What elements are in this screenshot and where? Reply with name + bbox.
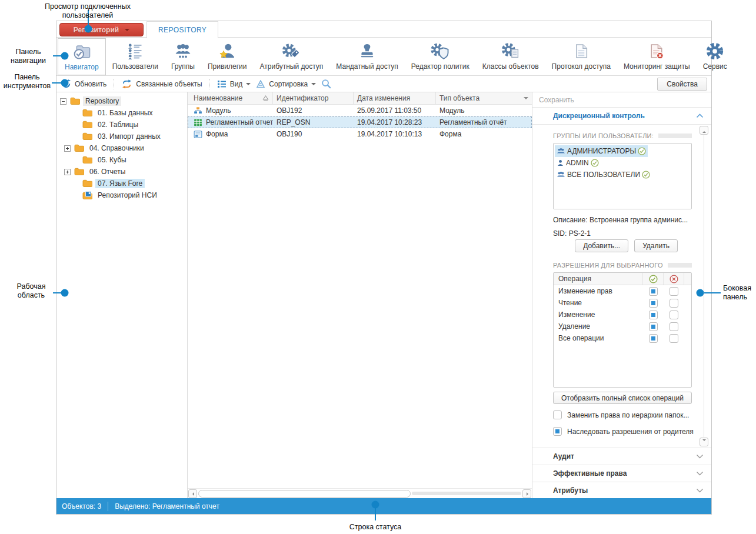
groups-icon — [174, 41, 192, 61]
delete-button[interactable]: Удалить — [634, 239, 678, 252]
allow-checkbox[interactable] — [649, 299, 658, 308]
allow-checkbox[interactable] — [649, 334, 658, 343]
cell-name: Форма — [206, 130, 228, 138]
deny-checkbox[interactable] — [670, 299, 678, 308]
list-item-administrators[interactable]: АДМИНИСТРАТОРЫ — [555, 145, 648, 157]
callout-dot — [697, 289, 704, 297]
sort-button[interactable]: Сортировка — [256, 80, 316, 88]
allow-checkbox[interactable] — [649, 311, 658, 319]
app-window: Репозиторий REPOSITORY Навигатор Пользов… — [56, 21, 712, 515]
horizontal-scrollbar[interactable] — [188, 488, 532, 498]
section-audit[interactable]: Аудит — [532, 448, 711, 465]
tree-item-import[interactable]: 03. Импорт данных — [56, 131, 187, 142]
list-item-admin[interactable]: ADMIN — [555, 157, 601, 169]
add-button[interactable]: Добавить... — [575, 239, 628, 252]
save-button[interactable]: Сохранить — [532, 92, 711, 108]
tree-item-cubes[interactable]: 05. Кубы — [56, 154, 187, 166]
cell-date: 19.04.2017 10:28:23 — [357, 118, 422, 126]
replace-rights-option[interactable]: Заменить права по иерархии папок... — [553, 410, 689, 419]
collapse-icon[interactable] — [60, 98, 66, 105]
access-protocol-icon — [573, 41, 590, 61]
deny-checkbox[interactable] — [670, 334, 678, 343]
view-button[interactable]: Вид — [217, 80, 251, 88]
checkbox-label: Наследовать разрешения от родителя — [567, 428, 694, 436]
tree-item-repository-root[interactable]: Repository — [56, 95, 187, 107]
deny-checkbox[interactable] — [670, 322, 678, 331]
attribute-access-icon — [282, 41, 301, 61]
chevron-down-icon[interactable] — [696, 471, 704, 476]
expand-icon[interactable] — [64, 169, 71, 175]
inherit-permissions-checkbox[interactable] — [553, 427, 562, 436]
groups-users-listbox[interactable]: АДМИНИСТРАТОРЫ ADMIN ВСЕ ПОЛЬЗОВАТЕЛИ — [553, 143, 692, 209]
replace-rights-checkbox[interactable] — [553, 410, 562, 419]
cell-date: 19.04.2017 10:10:13 — [357, 130, 422, 138]
list-item-all-users[interactable]: ВСЕ ПОЛЬЗОВАТЕЛИ — [555, 169, 652, 181]
ribbon-item-policy-editor[interactable]: Редактор политик — [405, 38, 476, 75]
expand-icon[interactable] — [64, 145, 71, 152]
chevron-down-icon[interactable] — [696, 454, 704, 459]
properties-button[interactable]: Свойства — [657, 78, 707, 91]
sort-label: Сортировка — [269, 80, 308, 88]
repository-menu-button[interactable]: Репозиторий — [59, 23, 144, 36]
related-objects-button[interactable]: Связанные объекты — [121, 79, 202, 89]
table-row[interactable]: Модуль OBJ192 25.09.2017 11:03:50 Модуль — [188, 105, 532, 116]
callout-line — [704, 292, 721, 293]
allow-checkbox[interactable] — [649, 322, 658, 331]
toolbar-separator — [114, 79, 114, 89]
tab-repository[interactable]: REPOSITORY — [146, 21, 218, 38]
ribbon-item-security-monitoring[interactable]: Мониторинг защиты — [617, 38, 697, 75]
column-header-type[interactable]: Тип объекта — [436, 92, 532, 104]
scroll-up-button[interactable] — [700, 126, 708, 135]
tree-item-databases[interactable]: 01. Базы данных — [56, 107, 187, 119]
ribbon-item-privileges[interactable]: Привилегии — [201, 38, 254, 75]
column-header-date[interactable]: Дата изменения — [354, 92, 436, 104]
scroll-down-button[interactable] — [700, 438, 708, 446]
scrollbar-track[interactable] — [412, 492, 521, 495]
vertical-scrollbar[interactable] — [700, 126, 708, 446]
ribbon-label: Мониторинг защиты — [624, 62, 690, 71]
ribbon-item-groups[interactable]: Группы — [165, 38, 201, 75]
column-header-name[interactable]: Наименование — [188, 92, 273, 104]
ribbon-item-object-classes[interactable]: Классы объектов — [476, 38, 545, 75]
groups-or-users-label: ГРУППЫ ИЛИ ПОЛЬЗОВАТЕЛИ: — [553, 132, 692, 139]
table-row-selected[interactable]: Регламентный отчет REP_OSN 19.04.2017 10… — [188, 116, 532, 128]
section-label: Атрибуты — [553, 486, 588, 495]
ribbon-item-attribute-access[interactable]: Атрибутный доступ — [254, 38, 330, 75]
dropdown-caret-icon — [246, 83, 251, 88]
annotation-tools-panel: Панель инструментов — [1, 73, 53, 91]
scroll-right-button[interactable] — [522, 489, 531, 498]
tree-item-reports[interactable]: 06. Отчеты — [56, 166, 187, 178]
object-classes-icon — [501, 41, 520, 61]
list-item-label: ADMIN — [566, 159, 589, 167]
column-header-id[interactable]: Идентификатор — [273, 92, 354, 104]
show-full-operations-button[interactable]: Отобразить полный список операций — [553, 392, 692, 404]
table-row[interactable]: Форма OBJ190 19.04.2017 10:10:13 Форма — [188, 128, 532, 140]
tree-item-dictionaries[interactable]: 04. Справочники — [56, 142, 187, 154]
tree-item-label: 06. Отчеты — [87, 167, 128, 176]
ribbon-item-access-protocol[interactable]: Протокол доступа — [545, 38, 617, 75]
grid-header: Наименование Идентификатор Дата изменени… — [188, 92, 532, 105]
allow-checkbox[interactable] — [649, 287, 658, 296]
section-discretionary-control[interactable]: Дискреционный контроль — [532, 108, 711, 125]
inherit-permissions-option[interactable]: Наследовать разрешения от родителя — [553, 427, 694, 436]
toolbar-separator — [209, 79, 210, 89]
deny-checkbox[interactable] — [670, 287, 678, 296]
cell-name: Регламентный отчет — [206, 118, 273, 126]
ribbon-item-users[interactable]: Пользователи — [106, 38, 165, 75]
scroll-left-button[interactable] — [188, 489, 197, 498]
search-button[interactable] — [321, 79, 331, 89]
deny-checkbox[interactable] — [670, 311, 678, 319]
chevron-down-icon[interactable] — [696, 488, 704, 493]
annotation-side-panel: Боковая панель — [723, 284, 756, 302]
ribbon-item-mandatory-access[interactable]: Мандатный доступ — [329, 38, 404, 75]
chevron-up-icon[interactable] — [696, 114, 704, 118]
tree-item-fore-language[interactable]: 07. Язык Fore — [56, 178, 187, 189]
tree-item-nsi-repository[interactable]: Репозиторий НСИ — [56, 189, 187, 201]
section-effective-rights[interactable]: Эффективные права — [532, 465, 711, 482]
folder-icon — [74, 168, 84, 176]
ribbon-item-service[interactable]: Сервис — [697, 38, 734, 75]
scrollbar-thumb[interactable] — [198, 490, 411, 498]
filter-caret-icon[interactable] — [524, 97, 528, 102]
section-attributes[interactable]: Атрибуты — [532, 482, 711, 499]
tree-item-tables[interactable]: 02. Таблицы — [56, 119, 187, 131]
